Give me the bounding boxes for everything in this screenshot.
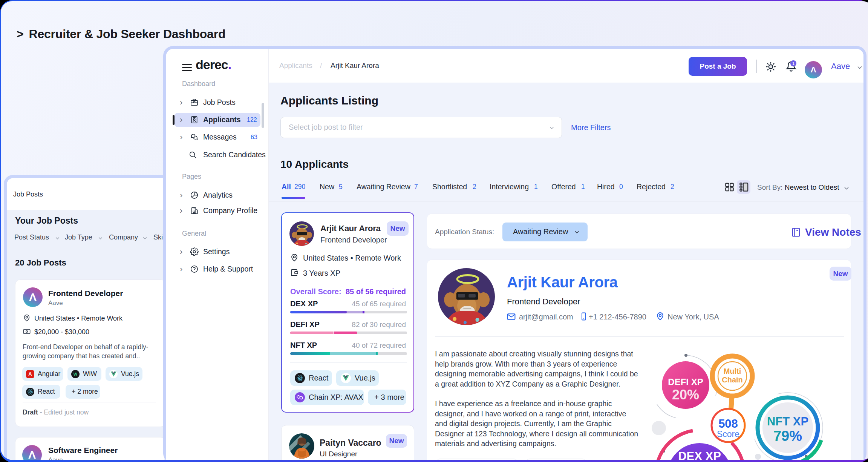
svg-text:DEFI XP: DEFI XP <box>668 377 703 387</box>
svg-text:508: 508 <box>718 417 738 430</box>
svg-text:DEX XP: DEX XP <box>678 450 721 460</box>
svg-text:Score: Score <box>717 429 739 439</box>
svg-text:20%: 20% <box>672 387 699 402</box>
svg-text:79%: 79% <box>773 428 802 444</box>
svg-text:Chain: Chain <box>722 376 743 384</box>
svg-text:NFT XP: NFT XP <box>767 415 808 428</box>
svg-text:Multi: Multi <box>724 367 741 375</box>
